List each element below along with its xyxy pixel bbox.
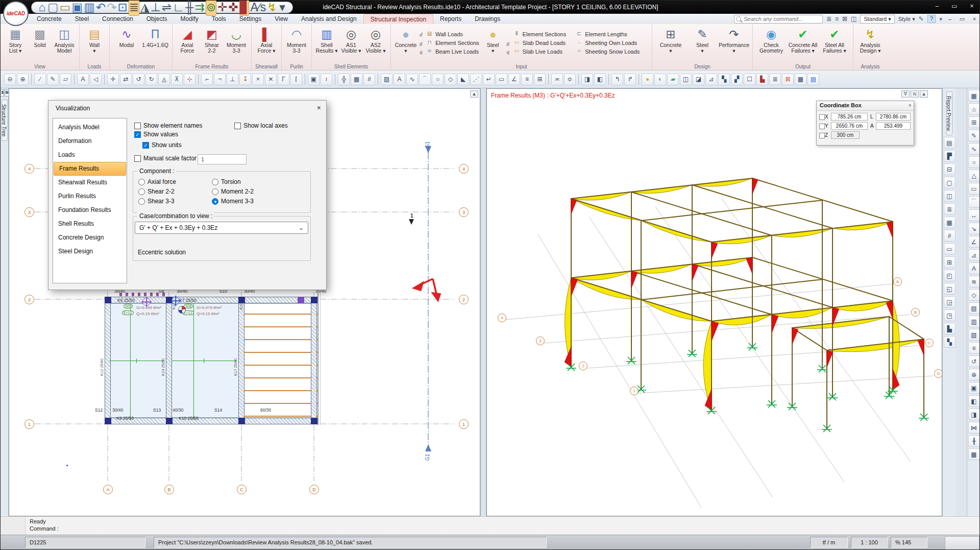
x-lock-checkbox[interactable] bbox=[819, 114, 825, 120]
drawing-tool-icon[interactable]: ▦ bbox=[351, 74, 362, 85]
plan-beam[interactable] bbox=[108, 297, 314, 303]
quick-access-icon[interactable]: ⇉ bbox=[195, 0, 205, 15]
y-lock-checkbox[interactable] bbox=[819, 124, 825, 129]
side-tool-icon[interactable]: ⌒ bbox=[968, 196, 980, 208]
quick-access-icon[interactable]: ⊚ bbox=[206, 0, 216, 16]
drawing-tool-icon[interactable]: ↧ bbox=[239, 74, 251, 85]
show-values-checkbox[interactable]: ✓Show values bbox=[134, 131, 178, 138]
drawing-tool-icon[interactable]: ● bbox=[642, 74, 653, 85]
drawing-tool-icon[interactable]: ⊠ bbox=[782, 74, 794, 85]
drawing-tool-icon[interactable] bbox=[335, 74, 335, 85]
ribbon-button-input-concrete[interactable]: ●Concrete▾ bbox=[394, 25, 418, 54]
drawing-tool-icon[interactable]: ▩ bbox=[795, 74, 806, 85]
case-combination-select[interactable]: G' + Q' + Ex + 0.3Ey + 0.3Ez ⌄ bbox=[135, 222, 308, 234]
quick-access-icon[interactable]: ↷ bbox=[107, 0, 116, 15]
drawing-tool-icon[interactable]: ◁ bbox=[90, 74, 102, 85]
side-tool-icon[interactable]: ▩ bbox=[968, 448, 980, 460]
quick-access-icon[interactable]: ╫ bbox=[185, 0, 194, 15]
insertion-point-icon[interactable] bbox=[172, 297, 180, 305]
drawing-tool-icon[interactable] bbox=[198, 74, 199, 85]
quick-access-icon[interactable]: ✛ bbox=[217, 0, 227, 15]
drawing-tool-icon[interactable]: Γ bbox=[278, 74, 289, 85]
y-value-field[interactable]: 2650.76 cm bbox=[831, 122, 868, 130]
grid-bubble[interactable]: 4 bbox=[459, 164, 469, 174]
mdi-window-button[interactable]: ▭ bbox=[958, 16, 966, 22]
ribbon-button[interactable]: ↯AnalysisDesign ▾ bbox=[856, 25, 885, 54]
drawing-tool-icon[interactable]: ▰ bbox=[667, 74, 679, 85]
side-tool-icon[interactable]: ⊞ bbox=[944, 256, 955, 268]
result-category-item[interactable]: Concrete Design bbox=[53, 231, 127, 245]
side-tool-icon[interactable]: A bbox=[968, 262, 980, 274]
side-tool-icon[interactable]: ◫ bbox=[944, 190, 955, 202]
side-tool-icon[interactable]: ◰ bbox=[944, 270, 955, 281]
component-radio[interactable]: Moment 3-3 bbox=[212, 198, 254, 205]
quick-access-icon[interactable]: ≣ bbox=[129, 0, 139, 16]
side-tool-icon[interactable]: △ bbox=[968, 170, 980, 181]
drawing-tool-icon[interactable]: ≡ bbox=[521, 74, 533, 85]
drawing-tool-icon[interactable] bbox=[104, 74, 105, 85]
ribbon-button[interactable]: ◡Moment3-3 bbox=[224, 25, 249, 54]
quick-access-icon[interactable]: ⌂ bbox=[38, 0, 46, 15]
drawing-tool-icon[interactable]: ◪ bbox=[693, 74, 704, 85]
side-tool-icon[interactable]: ⋈ bbox=[968, 422, 980, 434]
command-prompt[interactable]: Command : bbox=[30, 525, 59, 532]
drawing-tool-icon[interactable]: ≀ bbox=[321, 74, 332, 85]
plan-column[interactable] bbox=[311, 418, 317, 424]
grid-bubble[interactable]: 3 bbox=[24, 207, 34, 217]
ribbon-button[interactable]: ◎AS1Visible ▾ bbox=[339, 25, 363, 54]
ribbon-small-button[interactable]: ≈Sheeting Snow Loads bbox=[569, 47, 640, 56]
ribbon-button[interactable]: ▥ShellResults ▾ bbox=[314, 25, 339, 54]
result-category-item[interactable]: Foundation Results bbox=[53, 203, 127, 217]
side-tool-icon[interactable]: ⊟ bbox=[944, 163, 955, 175]
side-tool-icon[interactable]: ⊞ bbox=[968, 116, 980, 128]
manual-scale-checkbox[interactable]: Manual scale factor : bbox=[134, 155, 200, 162]
quick-access-icon[interactable]: ▊ bbox=[239, 0, 250, 16]
side-tool-icon[interactable]: ∠ bbox=[968, 236, 980, 248]
plan-beam[interactable] bbox=[238, 297, 244, 424]
ribbon-button[interactable]: ✔Concrete AllFailures ▾ bbox=[787, 25, 819, 54]
drawing-tool-icon[interactable]: ⌈ bbox=[290, 74, 302, 85]
ribbon-tab[interactable]: Analysis and Design bbox=[295, 14, 363, 24]
side-tool-icon[interactable]: ▦ bbox=[944, 217, 955, 228]
ribbon-tab[interactable]: Concrete bbox=[30, 14, 68, 24]
side-tool-icon[interactable]: ▛ bbox=[944, 150, 955, 162]
style-paint-icon[interactable]: ✎ bbox=[919, 15, 924, 22]
close-icon[interactable]: × bbox=[317, 104, 321, 112]
drawing-tool-icon[interactable] bbox=[578, 74, 579, 85]
drawing-tool-icon[interactable]: A bbox=[77, 74, 89, 85]
side-tool-icon[interactable]: ▚ bbox=[944, 336, 955, 348]
side-tool-icon[interactable]: ◳ bbox=[944, 309, 955, 321]
quick-access-icon[interactable]: ▢ bbox=[47, 0, 59, 15]
grid-bubble[interactable]: C bbox=[237, 485, 247, 494]
drawing-tool-icon[interactable]: ⊹ bbox=[184, 74, 195, 85]
plan-beam[interactable] bbox=[108, 418, 314, 424]
quick-access-icon[interactable]: ▭ bbox=[60, 0, 71, 15]
side-tool-icon[interactable]: ◨ bbox=[968, 409, 980, 420]
drawing-tool-icon[interactable]: # bbox=[363, 74, 375, 85]
result-category-item[interactable]: Purlin Results bbox=[53, 189, 127, 203]
side-tool-icon[interactable]: ▙ bbox=[944, 323, 955, 334]
quick-access-icon[interactable]: ⊥ bbox=[151, 0, 161, 15]
close-icon[interactable]: × bbox=[909, 102, 912, 108]
drawing-tool-icon[interactable]: ⋰ bbox=[470, 74, 482, 85]
drawing-tool-icon[interactable]: ↱ bbox=[624, 74, 636, 85]
drawing-tool-icon[interactable]: ⊥ bbox=[227, 74, 238, 85]
l-value-field[interactable]: 2780.86 cm bbox=[876, 113, 911, 121]
z-value-field[interactable]: 300 cm bbox=[831, 131, 860, 139]
quick-access-icon[interactable]: ↶ bbox=[96, 0, 106, 15]
drawing-tool-icon[interactable]: ▭ bbox=[496, 74, 507, 85]
drawing-tool-icon[interactable]: ⊿ bbox=[705, 74, 717, 85]
side-tool-icon[interactable]: ≡ bbox=[968, 342, 980, 354]
ribbon-small-button[interactable]: q≋Beam Live Loads bbox=[420, 47, 479, 56]
ribbon-button[interactable]: ⊞Concrete▾ bbox=[655, 25, 687, 54]
plan-column[interactable] bbox=[166, 418, 173, 424]
ribbon-tab[interactable]: View bbox=[268, 14, 295, 24]
drawing-tool-icon[interactable]: ∠ bbox=[508, 74, 520, 85]
ribbon-tab[interactable]: Modify bbox=[174, 14, 205, 24]
side-tool-icon[interactable]: ∿ bbox=[968, 143, 980, 155]
drawing-tool-icon[interactable]: ↻ bbox=[145, 74, 157, 85]
side-tool-icon[interactable]: ◧ bbox=[968, 395, 980, 407]
z-lock-checkbox[interactable] bbox=[819, 133, 825, 138]
component-radio[interactable]: Moment 2-2 bbox=[212, 188, 254, 195]
drawing-tool-icon[interactable]: ≣ bbox=[769, 74, 781, 85]
